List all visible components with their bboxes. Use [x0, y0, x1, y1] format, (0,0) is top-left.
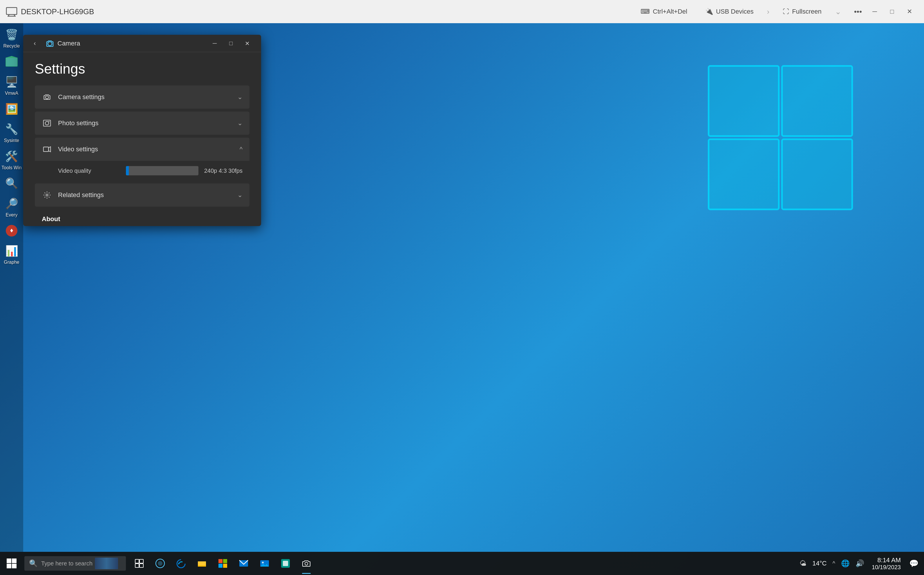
vm-titlebar: DESKTOP-LHG69GB ⌨ Ctrl+Alt+Del 🔌 USB Dev… — [0, 0, 924, 23]
system-tray: 🌤 14°C ^ 🌐 🔊 — [798, 558, 866, 569]
desktop-icon-recycle[interactable]: 🗑️ Recycle — [3, 27, 20, 49]
camera-window-buttons: ─ □ ✕ — [207, 36, 255, 51]
system-clock[interactable]: 8:14 AM 10/19/2023 — [869, 556, 904, 571]
desktop-icon-graph[interactable]: 📊 Graphe — [4, 244, 19, 265]
camera-settings-header[interactable]: Camera settings ⌄ — [35, 86, 250, 109]
svg-marker-5 — [6, 56, 18, 58]
icon2-img — [4, 54, 19, 69]
svg-rect-28 — [135, 559, 139, 563]
desktop-icon-2[interactable] — [4, 54, 19, 69]
sysinternals-label: Sysinte — [4, 138, 19, 143]
vm-icon — [6, 6, 18, 17]
taskbar-mail[interactable] — [233, 552, 254, 575]
camera-window: ‹ Camera ─ □ ✕ Settings — [23, 35, 261, 226]
related-chevron-down-icon: ⌄ — [237, 191, 242, 199]
desktop-icon-9[interactable]: ♦ — [4, 224, 19, 238]
keyboard-icon: ⌨ — [640, 8, 650, 15]
taskbar-store[interactable] — [212, 552, 233, 575]
icon4-img: 🖼️ — [4, 102, 19, 116]
volume-icon[interactable]: 🔊 — [854, 558, 866, 569]
settings-content: Settings Camera settings ⌄ — [23, 52, 261, 226]
desktop-icon-tools[interactable]: 🛠️ Tools Win — [2, 149, 21, 170]
network-icon[interactable]: 🌐 — [839, 558, 851, 569]
fullscreen-label: Fullscreen — [792, 8, 821, 15]
svg-point-23 — [46, 194, 48, 196]
svg-rect-4 — [6, 58, 18, 67]
ctrl-alt-del-button[interactable]: ⌨ Ctrl+Alt+Del — [636, 5, 692, 17]
taskbar: 🔍 Type here to search — [0, 552, 924, 575]
svg-rect-0 — [6, 8, 17, 14]
weather-icon[interactable]: 🌤 — [798, 558, 808, 569]
photo-settings-label: Photo settings — [58, 119, 237, 127]
recycle-label: Recycle — [3, 43, 20, 49]
vm-controls: ⌨ Ctrl+Alt+Del 🔌 USB Devices › ⛶ Fullscr… — [636, 5, 866, 19]
camera-maximize-button[interactable]: □ — [223, 36, 239, 51]
svg-point-33 — [158, 561, 162, 566]
more-button[interactable]: ••• — [850, 5, 866, 19]
maximize-vm-button[interactable]: □ — [883, 4, 901, 19]
video-section-icon — [42, 144, 52, 154]
desktop-icon-search[interactable]: 🔍 — [4, 176, 19, 191]
close-vm-button[interactable]: ✕ — [901, 4, 918, 19]
svg-marker-22 — [48, 147, 51, 152]
search-box[interactable]: 🔍 Type here to search — [24, 556, 126, 571]
taskbar-cortana[interactable] — [150, 552, 170, 575]
svg-rect-24 — [7, 559, 11, 563]
taskbar-app8[interactable] — [275, 552, 296, 575]
video-quality-slider-container: 240p 4:3 30fps — [126, 166, 242, 175]
icon9-img: ♦ — [4, 224, 19, 238]
desktop-icon-vmw[interactable]: 🖥️ VmwA — [4, 75, 19, 96]
weather-temp: 14°C — [811, 558, 828, 569]
svg-text:♦: ♦ — [10, 227, 13, 234]
tools-label: Tools Win — [2, 165, 21, 170]
svg-point-17 — [46, 96, 49, 99]
svg-point-20 — [48, 121, 49, 122]
graph-icon: 📊 — [4, 244, 19, 258]
svg-point-19 — [45, 121, 49, 125]
minimize-vm-button[interactable]: ─ — [866, 4, 883, 19]
video-quality-slider[interactable] — [126, 166, 198, 175]
taskbar-photos[interactable] — [254, 552, 275, 575]
desktop-icon-4[interactable]: 🖼️ — [4, 102, 19, 116]
svg-rect-31 — [140, 564, 143, 567]
search-placeholder: Type here to search — [41, 560, 92, 567]
related-settings-header[interactable]: Related settings ⌄ — [35, 183, 250, 206]
usb-icon: 🔌 — [705, 8, 713, 15]
svg-rect-10 — [709, 140, 779, 210]
svg-rect-26 — [7, 564, 11, 568]
slider-thumb — [127, 166, 129, 175]
camera-settings-label: Camera settings — [58, 93, 237, 101]
taskbar-edge[interactable] — [170, 552, 191, 575]
graph-label: Graphe — [4, 259, 19, 265]
camera-minimize-button[interactable]: ─ — [207, 36, 223, 51]
svg-point-43 — [305, 562, 308, 565]
camera-close-button[interactable]: ✕ — [239, 36, 255, 51]
svg-rect-29 — [140, 559, 143, 563]
everything-label: Every — [6, 212, 18, 218]
desktop-icons-panel: 🗑️ Recycle 🖥️ VmwA 🖼️ 🔧 Sysinte 🛠️ Tools… — [0, 23, 23, 552]
fullscreen-icon: ⛶ — [783, 8, 789, 15]
recycle-icon: 🗑️ — [4, 27, 19, 42]
back-button[interactable]: ‹ — [29, 38, 41, 49]
tray-chevron-up-icon[interactable]: ^ — [831, 559, 837, 569]
svg-rect-8 — [709, 66, 779, 136]
desktop-icon-everything[interactable]: 🔎 Every — [4, 197, 19, 218]
search-icon: 🔍 — [29, 559, 38, 567]
photo-settings-header[interactable]: Photo settings ⌄ — [35, 111, 250, 135]
taskbar-camera[interactable] — [296, 552, 317, 575]
video-settings-header[interactable]: Video settings ^ — [35, 138, 250, 161]
svg-rect-11 — [782, 140, 852, 210]
notification-button[interactable]: 💬 — [906, 552, 921, 575]
svg-rect-30 — [135, 564, 139, 567]
tools-icon: 🛠️ — [4, 149, 19, 164]
start-button[interactable] — [0, 552, 23, 575]
windows-logo — [701, 58, 860, 218]
svg-rect-37 — [223, 564, 227, 568]
taskbar-taskview[interactable] — [129, 552, 150, 575]
taskbar-file-explorer[interactable] — [191, 552, 212, 575]
svg-rect-21 — [43, 147, 49, 152]
settings-title: Settings — [35, 61, 250, 77]
fullscreen-button[interactable]: ⛶ Fullscreen — [778, 5, 826, 17]
desktop-icon-sysinternals[interactable]: 🔧 Sysinte — [4, 122, 19, 143]
usb-devices-button[interactable]: 🔌 USB Devices — [701, 5, 758, 17]
